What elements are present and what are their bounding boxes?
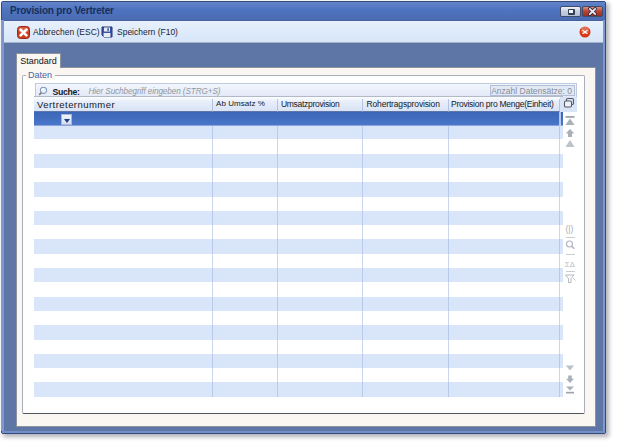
svg-text:(|): (|) [566,224,574,234]
svg-text:ΣΔ: ΣΔ [565,260,575,269]
